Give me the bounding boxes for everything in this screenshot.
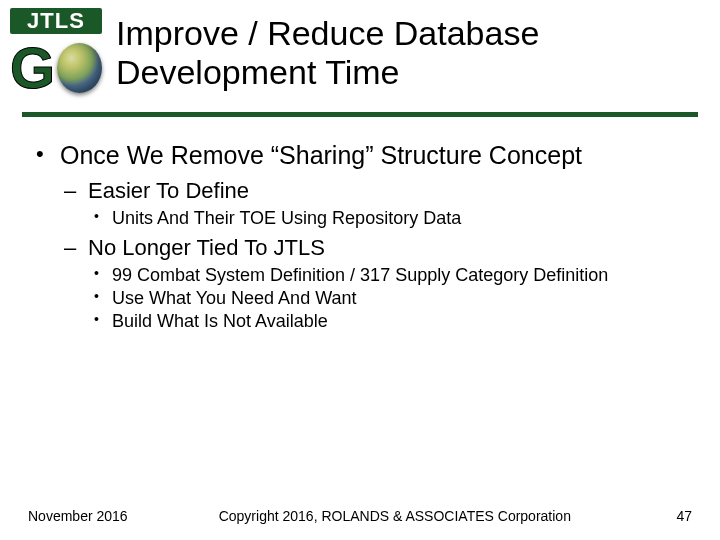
bullet-text: Once We Remove “Sharing” Structure Conce… bbox=[60, 141, 582, 169]
logo-g-letter: G bbox=[10, 39, 55, 97]
globe-icon bbox=[57, 43, 102, 93]
jtls-go-logo: JTLS G bbox=[10, 8, 102, 100]
bullet-lvl2: Easier To Define Units And Their TOE Usi… bbox=[60, 178, 690, 229]
slide-title: Improve / Reduce Database Development Ti… bbox=[102, 8, 700, 92]
slide: JTLS G Improve / Reduce Database Develop… bbox=[0, 0, 720, 540]
bullet-lvl3: 99 Combat System Definition / 317 Supply… bbox=[88, 265, 690, 286]
bullet-text: Build What Is Not Available bbox=[112, 311, 328, 331]
bullet-text: Easier To Define bbox=[88, 178, 249, 203]
bullet-text: Units And Their TOE Using Repository Dat… bbox=[112, 208, 461, 228]
bullet-list-lvl2: Easier To Define Units And Their TOE Usi… bbox=[60, 178, 690, 332]
footer-date: November 2016 bbox=[28, 508, 128, 524]
bullet-text: No Longer Tied To JTLS bbox=[88, 235, 325, 260]
bullet-list-lvl3: Units And Their TOE Using Repository Dat… bbox=[88, 208, 690, 229]
bullet-lvl2: No Longer Tied To JTLS 99 Combat System … bbox=[60, 235, 690, 332]
bullet-lvl3: Build What Is Not Available bbox=[88, 311, 690, 332]
logo-jtls-text: JTLS bbox=[10, 8, 102, 34]
slide-body: Once We Remove “Sharing” Structure Conce… bbox=[0, 117, 720, 332]
footer-page-number: 47 bbox=[662, 508, 692, 524]
bullet-lvl1: Once We Remove “Sharing” Structure Conce… bbox=[30, 141, 690, 332]
slide-footer: November 2016 Copyright 2016, ROLANDS & … bbox=[0, 508, 720, 524]
bullet-text: 99 Combat System Definition / 317 Supply… bbox=[112, 265, 608, 285]
bullet-lvl3: Use What You Need And Want bbox=[88, 288, 690, 309]
bullet-list-lvl3: 99 Combat System Definition / 317 Supply… bbox=[88, 265, 690, 332]
bullet-text: Use What You Need And Want bbox=[112, 288, 357, 308]
bullet-lvl3: Units And Their TOE Using Repository Dat… bbox=[88, 208, 690, 229]
slide-header: JTLS G Improve / Reduce Database Develop… bbox=[0, 0, 720, 100]
logo-g-row: G bbox=[10, 36, 102, 100]
bullet-list-lvl1: Once We Remove “Sharing” Structure Conce… bbox=[30, 141, 690, 332]
footer-copyright: Copyright 2016, ROLANDS & ASSOCIATES Cor… bbox=[128, 508, 662, 524]
